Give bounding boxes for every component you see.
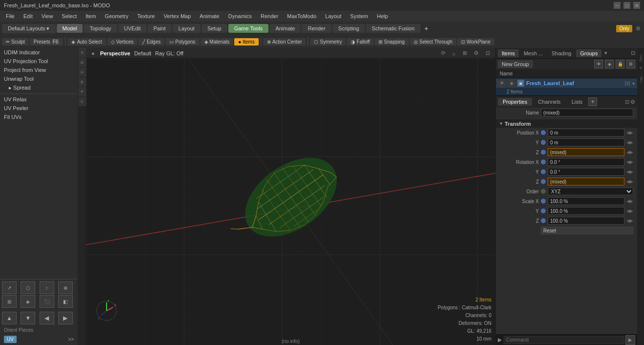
tool-icon-4[interactable]: ⊕ [58, 281, 73, 294]
menu-help[interactable]: Help [373, 12, 392, 20]
menu-edit[interactable]: Edit [20, 12, 37, 20]
menu-item[interactable]: Item [82, 12, 100, 20]
auto-select-button[interactable]: ◈ Auto Select [67, 38, 106, 46]
unwrap-tool-item[interactable]: Unwrap Tool [0, 74, 78, 83]
close-button[interactable]: ✕ [633, 2, 640, 9]
pos-x-arrow[interactable]: ◀▶ [626, 130, 633, 135]
scale-x-dot[interactable] [541, 199, 546, 204]
command-input[interactable] [504, 336, 624, 344]
strip-item-1[interactable]: S [78, 48, 86, 58]
viewport-grid-icon[interactable]: ⊞ [461, 50, 468, 56]
tab-game-tools[interactable]: Game Tools [228, 24, 269, 33]
pos-z-dot[interactable] [541, 150, 546, 155]
tool-icon-8[interactable]: ◧ [58, 295, 73, 308]
item-name-label[interactable]: Fresh_Laurel_Leaf [526, 80, 623, 86]
presets-button[interactable]: Presets F6 [30, 38, 64, 46]
strip-item-5[interactable]: P [78, 87, 86, 97]
menu-geometry[interactable]: Geometry [101, 12, 132, 20]
pos-x-input[interactable] [548, 129, 624, 137]
tab-groups[interactable]: Groups [576, 49, 601, 57]
viewport-camera-icon[interactable]: ⚙ [472, 50, 480, 56]
tool-icon-1[interactable]: ↗ [2, 281, 17, 294]
tab-lists[interactable]: Lists [567, 98, 588, 106]
edges-button[interactable]: ╱ Edges [138, 38, 164, 46]
items-panel-expand[interactable]: ⊡ [631, 50, 635, 56]
minimize-button[interactable]: ─ [614, 2, 621, 9]
vertices-button[interactable]: ◇ Vertices [107, 38, 138, 46]
strip-item-3[interactable]: U [78, 68, 86, 77]
items-settings-icon[interactable]: ⚙ [626, 60, 635, 69]
expand-button[interactable]: >> [68, 337, 74, 342]
select-through-button[interactable]: ◎ Select Through [410, 38, 457, 46]
rot-y-arrow[interactable]: ◀▶ [626, 169, 633, 174]
materials-button[interactable]: ◈ Materials [200, 38, 234, 46]
tab-layout[interactable]: Layout [173, 24, 200, 33]
menu-system[interactable]: System [346, 12, 372, 20]
arrow-right-btn[interactable]: ▶ [58, 312, 73, 324]
new-group-button[interactable]: New Group [498, 60, 533, 68]
command-run-button[interactable]: ▶ [625, 335, 635, 345]
menu-animate[interactable]: Animate [196, 12, 223, 20]
scale-z-dot[interactable] [541, 218, 546, 223]
props-settings-icon[interactable]: ⚙ [630, 99, 635, 105]
falloff-button[interactable]: ◑ Falloff [347, 38, 374, 46]
default-label[interactable]: Default [134, 50, 151, 56]
menu-select[interactable]: Select [58, 12, 81, 20]
order-select[interactable]: XYZ [548, 187, 633, 195]
tab-channels[interactable]: Channels [533, 98, 565, 106]
snapping-button[interactable]: ⊞ Snapping [375, 38, 408, 46]
spread-item[interactable]: ▸ Spread [0, 83, 78, 92]
rs-item-3[interactable]: Lay... [638, 72, 644, 85]
scale-x-input[interactable] [548, 197, 624, 205]
menu-file[interactable]: File [2, 12, 19, 20]
rot-x-dot[interactable] [541, 160, 546, 164]
arrow-up-btn[interactable]: ▲ [2, 312, 17, 324]
menu-vertexmap[interactable]: Vertex Map [160, 12, 195, 20]
viewport-rotate-icon[interactable]: ⟳ [440, 50, 447, 56]
action-center-button[interactable]: ⊕ Action Center [263, 38, 306, 46]
props-add-button[interactable]: + [588, 97, 597, 106]
items-lock-icon[interactable]: 🔒 [616, 60, 624, 69]
menu-dynamics[interactable]: Dynamics [224, 12, 256, 20]
fit-uvs-item[interactable]: Fit UVs [0, 113, 78, 121]
strip-item-6[interactable]: C [78, 97, 86, 107]
rot-y-dot[interactable] [541, 169, 546, 174]
uv-button[interactable]: UV [4, 336, 17, 343]
tab-scripting[interactable]: Scripting [333, 24, 365, 33]
props-expand-icon[interactable]: ⊡ [625, 99, 629, 105]
tool-icon-2[interactable]: ⬡ [21, 281, 35, 294]
tool-icon-7[interactable]: ⬛ [40, 295, 54, 308]
rot-x-arrow[interactable]: ◀▶ [626, 160, 633, 164]
pos-z-input[interactable] [548, 148, 624, 156]
menu-layout[interactable]: Layout [321, 12, 345, 20]
pos-y-input[interactable] [548, 138, 624, 146]
tab-properties[interactable]: Properties [498, 98, 532, 106]
viewport-search-icon[interactable]: ⌕ [451, 50, 457, 56]
tab-mesh[interactable]: Mesh ... [520, 49, 547, 57]
pos-z-arrow[interactable]: ◀▶ [626, 150, 633, 155]
rot-x-input[interactable] [548, 158, 624, 166]
perspective-label[interactable]: Perspective [100, 50, 131, 56]
uv-projection-tool-item[interactable]: UV Projection Tool [0, 57, 78, 66]
scale-z-arrow[interactable]: ◀▶ [626, 218, 633, 223]
item-eye-btn[interactable]: 👁 [498, 79, 506, 87]
arrow-down-btn[interactable]: ▼ [21, 312, 35, 324]
viewport-expand-icon[interactable]: ⊡ [484, 50, 491, 56]
pos-y-arrow[interactable]: ◀▶ [626, 140, 633, 145]
item-row-leaf[interactable]: 👁 ◈ ▣ Fresh_Laurel_Leaf [1] ▸ 2 Items [496, 78, 637, 95]
sculpt-button[interactable]: ✏ Sculpt [2, 38, 29, 46]
uv-relax-item[interactable]: UV Relax [0, 95, 78, 104]
scale-y-arrow[interactable]: ◀▶ [626, 208, 633, 213]
pos-y-dot[interactable] [541, 140, 546, 145]
maximize-button[interactable]: □ [623, 2, 630, 9]
strip-item-2[interactable]: D [78, 58, 86, 68]
polygons-button[interactable]: ▭ Polygons [165, 38, 199, 46]
scale-y-input[interactable] [548, 207, 624, 215]
items-tab-dropdown[interactable]: ▾ [602, 50, 609, 56]
project-from-view-item[interactable]: Project from View [0, 66, 78, 74]
scale-x-arrow[interactable]: ◀▶ [626, 199, 633, 204]
tab-uvedit[interactable]: UVEdit [118, 24, 147, 33]
transform-header[interactable]: ▾ Transform [496, 119, 637, 128]
viewport-dot-icon[interactable]: ● [90, 50, 96, 56]
items-render-icon[interactable]: ◈ [605, 60, 614, 69]
